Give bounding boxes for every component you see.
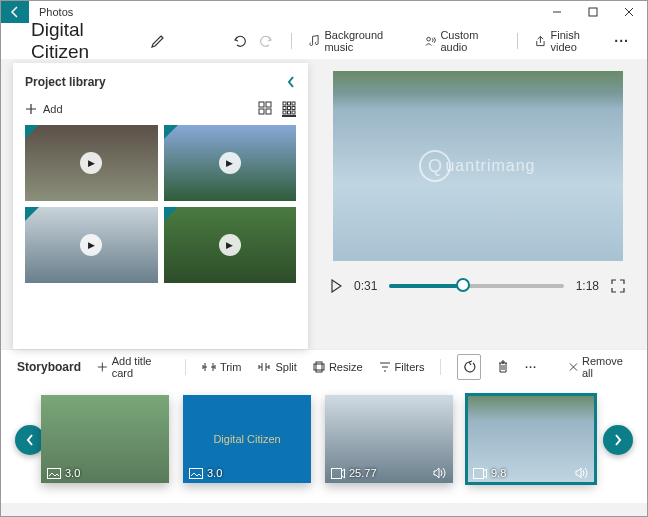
back-button[interactable] xyxy=(1,1,29,23)
minimize-icon xyxy=(552,7,562,17)
library-item[interactable]: ▶ xyxy=(164,125,297,201)
music-note-icon xyxy=(308,34,321,48)
trim-button[interactable]: Trim xyxy=(202,361,242,373)
current-time: 0:31 xyxy=(354,279,377,293)
video-preview[interactable]: Q uantrimang xyxy=(333,71,623,261)
used-badge-icon xyxy=(164,207,178,221)
watermark: Q uantrimang xyxy=(419,150,535,182)
edit-title-button[interactable] xyxy=(150,33,166,49)
pencil-icon xyxy=(150,33,166,49)
trim-label: Trim xyxy=(220,361,242,373)
video-icon xyxy=(473,468,487,479)
chevron-right-icon xyxy=(613,433,623,447)
plus-icon xyxy=(97,361,108,373)
seek-slider[interactable] xyxy=(389,284,563,288)
speaker-icon xyxy=(433,467,447,479)
minimize-button[interactable] xyxy=(539,1,575,23)
fullscreen-icon xyxy=(611,279,625,293)
library-item[interactable]: ▶ xyxy=(25,207,158,283)
storyboard-clip-selected[interactable]: 9.8 xyxy=(467,395,595,483)
audio-person-icon xyxy=(424,34,437,48)
custom-audio-button[interactable]: Custom audio xyxy=(424,29,503,53)
background-music-button[interactable]: Background music xyxy=(308,29,408,53)
delete-button[interactable] xyxy=(497,360,509,374)
storyboard-clip[interactable]: Digital Citizen 3.0 xyxy=(183,395,311,483)
more-button[interactable]: ··· xyxy=(614,33,629,49)
seek-knob[interactable] xyxy=(456,278,470,292)
svg-rect-6 xyxy=(266,109,271,114)
custom-audio-label: Custom audio xyxy=(440,29,502,53)
library-item[interactable]: ▶ xyxy=(25,125,158,201)
svg-rect-3 xyxy=(259,102,264,107)
svg-rect-7 xyxy=(283,102,286,105)
project-title: Digital Citizen xyxy=(31,19,138,63)
clip-duration: 9.8 xyxy=(491,467,506,479)
clip-info: 25.77 xyxy=(331,467,377,479)
finish-label: Finish video xyxy=(550,29,604,53)
storyboard-clip[interactable]: 3.0 xyxy=(41,395,169,483)
trash-icon xyxy=(497,360,509,374)
used-badge-icon xyxy=(25,207,39,221)
play-icon: ▶ xyxy=(219,234,241,256)
close-button[interactable] xyxy=(611,1,647,23)
image-icon xyxy=(189,468,203,479)
play-icon xyxy=(330,279,342,293)
more-clip-button[interactable]: ··· xyxy=(525,361,537,373)
remove-all-button[interactable]: Remove all xyxy=(569,355,631,379)
svg-rect-19 xyxy=(190,468,203,478)
storyboard-toolbar: Storyboard Add title card Trim Split Res… xyxy=(1,349,647,383)
storyboard-label: Storyboard xyxy=(17,360,81,374)
split-label: Split xyxy=(275,361,296,373)
resize-button[interactable]: Resize xyxy=(313,361,363,373)
play-button[interactable] xyxy=(330,279,342,293)
add-title-card-button[interactable]: Add title card xyxy=(97,355,169,379)
filters-button[interactable]: Filters xyxy=(379,361,425,373)
add-media-button[interactable]: Add xyxy=(25,103,63,115)
close-icon xyxy=(569,362,578,372)
fullscreen-button[interactable] xyxy=(611,279,625,293)
svg-point-2 xyxy=(426,37,430,41)
clip-info: 9.8 xyxy=(473,467,506,479)
redo-button[interactable] xyxy=(253,33,277,49)
chevron-left-icon xyxy=(25,433,35,447)
maximize-button[interactable] xyxy=(575,1,611,23)
arrow-left-icon xyxy=(9,6,21,18)
undo-button[interactable] xyxy=(229,33,253,49)
split-button[interactable]: Split xyxy=(257,361,296,373)
app-title: Photos xyxy=(29,6,539,18)
library-controls: Add xyxy=(25,101,296,117)
add-label: Add xyxy=(43,103,63,115)
export-icon xyxy=(534,34,547,48)
resize-icon xyxy=(313,361,325,373)
large-grid-button[interactable] xyxy=(258,101,272,117)
library-item[interactable]: ▶ xyxy=(164,207,297,283)
clip-duration: 3.0 xyxy=(65,467,80,479)
svg-rect-21 xyxy=(474,468,484,478)
filters-label: Filters xyxy=(395,361,425,373)
svg-rect-12 xyxy=(292,107,295,110)
finish-video-button[interactable]: Finish video xyxy=(534,29,605,53)
scroll-right-button[interactable] xyxy=(603,425,633,455)
svg-rect-18 xyxy=(48,468,61,478)
clip-audio-indicator xyxy=(433,467,447,479)
small-grid-button[interactable] xyxy=(282,101,296,117)
title-card-text: Digital Citizen xyxy=(213,433,280,445)
divider xyxy=(517,33,518,49)
bg-music-label: Background music xyxy=(324,29,407,53)
storyboard-clip[interactable]: 25.77 xyxy=(325,395,453,483)
remove-all-label: Remove all xyxy=(582,355,631,379)
storyboard-track: 3.0 Digital Citizen 3.0 25.77 9.8 xyxy=(1,383,647,503)
resize-label: Resize xyxy=(329,361,363,373)
collapse-button[interactable] xyxy=(286,75,296,89)
grid-large-icon xyxy=(258,101,272,115)
grid-small-icon xyxy=(282,101,296,115)
clip-info: 3.0 xyxy=(189,467,222,479)
trim-icon xyxy=(202,361,216,373)
chevron-left-icon xyxy=(286,75,296,89)
svg-rect-1 xyxy=(589,8,597,16)
rotate-button[interactable] xyxy=(457,354,481,380)
watermark-text: uantrimang xyxy=(445,157,535,175)
window-controls xyxy=(539,1,647,23)
play-icon: ▶ xyxy=(80,234,102,256)
seek-fill xyxy=(389,284,462,288)
